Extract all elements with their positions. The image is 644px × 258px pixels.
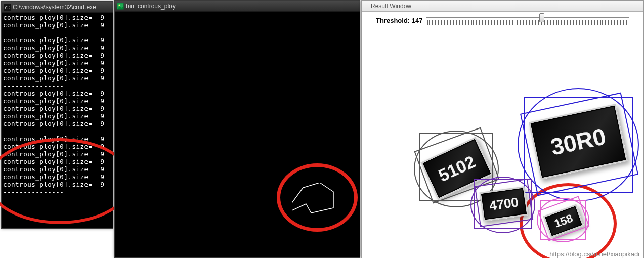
bin-contour-window: bin+controus_ploy (114, 0, 360, 258)
result-canvas: https://blog.csdn.net/xiaopikadi 510230R… (362, 31, 643, 258)
annotation-circle-bin (277, 163, 358, 232)
result-titlebar[interactable]: Result Window (362, 1, 643, 12)
svg-text:c:\: c:\ (5, 5, 11, 10)
threshold-value: 147 (412, 17, 423, 24)
cmd-line: controus_ploy[0].size= 9 (3, 120, 111, 127)
cmd-line: controus_ploy[0].size= 9 (3, 36, 111, 44)
cmd-line: controus_ploy[0].size= 9 (3, 97, 111, 105)
cmd-line: controus_ploy[0].size= 9 (3, 112, 111, 120)
cmd-line: controus_ploy[0].size= 9 (3, 44, 111, 52)
cmd-titlebar[interactable]: c:\ C:\windows\system32\cmd.exe (2, 2, 113, 13)
watermark: https://blog.csdn.net/xiaopikadi (549, 250, 639, 258)
fit-ellipse (537, 198, 589, 242)
bin-titlebar[interactable]: bin+controus_ploy (115, 1, 360, 12)
cmd-title: C:\windows\system32\cmd.exe (13, 4, 96, 11)
cmd-line: controus_ploy[0].size= 9 (3, 59, 111, 67)
cmd-line: controus_ploy[0].size= 9 (3, 90, 111, 97)
result-title: Result Window (371, 3, 411, 10)
cmd-line: controus_ploy[0].size= 9 (3, 52, 111, 59)
cmd-line: --------------- (3, 82, 111, 90)
cmd-window: c:\ C:\windows\system32\cmd.exe controus… (1, 1, 113, 229)
cmd-line: --------------- (3, 29, 111, 36)
fit-ellipse (470, 177, 535, 233)
slider-thumb[interactable] (539, 13, 544, 22)
threshold-slider[interactable] (426, 15, 630, 26)
slider-track (426, 17, 630, 18)
slider-ticks (426, 20, 630, 25)
cmd-line: controus_ploy[0].size= 9 (3, 67, 111, 74)
bin-title: bin+controus_ploy (126, 3, 176, 10)
cmd-line: controus_ploy[0].size= 9 (3, 14, 111, 21)
bin-canvas (115, 12, 360, 257)
svg-point-3 (119, 4, 120, 6)
cmd-line: --------------- (3, 127, 111, 135)
threshold-label: Threshold: (376, 17, 410, 24)
annotation-circle-cmd (0, 138, 133, 224)
fit-ellipse (518, 88, 639, 201)
cmd-line: controus_ploy[0].size= 9 (3, 21, 111, 29)
result-window: Result Window Threshold: 147 https://blo… (361, 0, 644, 258)
cmd-line: controus_ploy[0].size= 9 (3, 105, 111, 112)
cmd-icon: c:\ (4, 4, 11, 11)
image-icon (117, 3, 124, 10)
cmd-line: controus_ploy[0].size= 9 (3, 74, 111, 82)
threshold-control: Threshold: 147 (362, 12, 643, 31)
